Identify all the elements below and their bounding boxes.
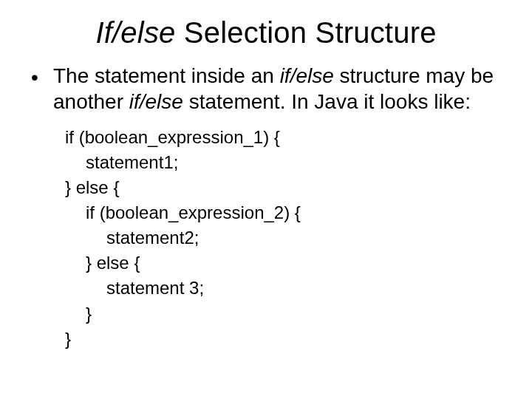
code-line-5: } else {	[65, 250, 502, 276]
code-line-0: if (boolean_expression_1) {	[65, 125, 502, 150]
bullet-text: The statement inside an if/else structur…	[53, 63, 502, 115]
code-line-1: statement1;	[65, 150, 502, 175]
code-line-8: }	[65, 327, 502, 352]
bullet-seg2-italic: if/else	[280, 64, 334, 87]
code-line-2: } else {	[65, 175, 502, 200]
code-line-6: statement 3;	[65, 276, 502, 301]
bullet-seg5: statement. In Java it looks like:	[183, 90, 471, 113]
bullet-seg4-italic: if/else	[129, 90, 183, 113]
title-rest: Selection Structure	[176, 16, 437, 49]
code-line-4: statement2;	[65, 225, 502, 250]
slide: If/else Selection Structure • The statem…	[0, 0, 532, 399]
code-line-3: if (boolean_expression_2) {	[65, 200, 502, 225]
bullet-seg1: The statement inside an	[53, 64, 280, 87]
bullet-item: • The statement inside an if/else struct…	[30, 63, 502, 115]
bullet-marker: •	[30, 63, 53, 90]
code-block: if (boolean_expression_1) { statement1; …	[65, 125, 502, 352]
code-line-7: }	[65, 301, 502, 327]
title-italic-part: If/else	[95, 16, 175, 49]
slide-title: If/else Selection Structure	[30, 16, 502, 50]
